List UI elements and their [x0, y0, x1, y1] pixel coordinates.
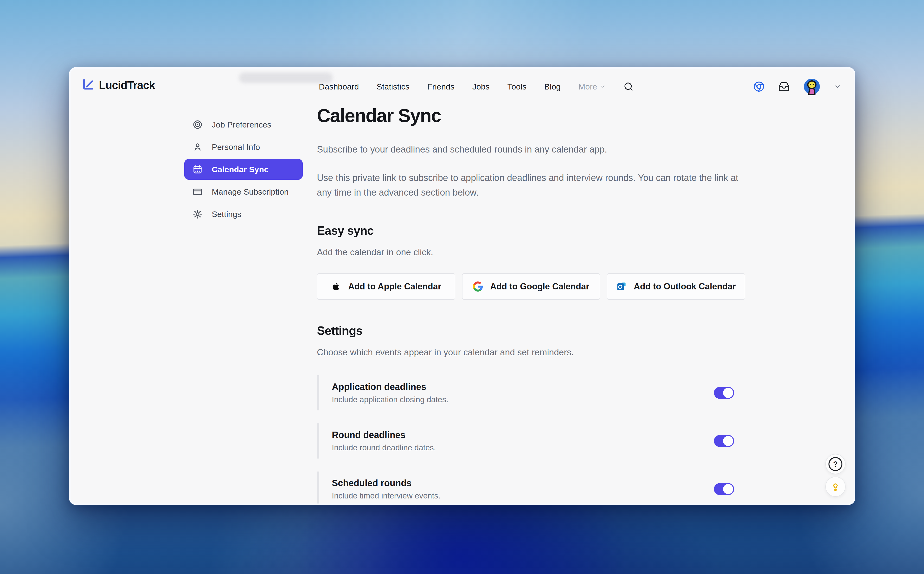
calendar-icon	[192, 164, 203, 174]
apple-icon	[331, 281, 341, 292]
sidebar-item-manage-subscription[interactable]: Manage Subscription	[184, 181, 303, 202]
avatar[interactable]	[803, 78, 820, 95]
credit-card-icon	[192, 187, 203, 197]
setting-title: Round deadlines	[332, 430, 436, 440]
setting-description: Include round deadline dates.	[332, 443, 436, 452]
toggle-knob	[723, 484, 733, 494]
gear-icon	[192, 209, 203, 219]
setting-description: Include timed interview events.	[332, 491, 440, 500]
page-subtitle: Subscribe to your deadlines and schedule…	[317, 142, 745, 157]
inbox-icon[interactable]	[778, 81, 790, 92]
settings-rows: Application deadlines Include applicatio…	[317, 375, 745, 505]
add-google-calendar-button[interactable]: Add to Google Calendar	[462, 273, 600, 300]
help-button[interactable]: ?	[825, 454, 845, 474]
settings-subtitle: Choose which events appear in your calen…	[317, 347, 745, 358]
settings-heading: Settings	[317, 324, 745, 338]
sidebar-item-personal-info[interactable]: Personal Info	[184, 137, 303, 157]
settings-sidebar: Job Preferences Personal Info Calendar S…	[184, 114, 303, 224]
question-mark-icon: ?	[828, 457, 842, 471]
toggle-knob	[723, 388, 733, 398]
easy-sync-heading: Easy sync	[317, 224, 745, 238]
setting-title: Application deadlines	[332, 382, 448, 392]
browser-icon[interactable]	[753, 81, 765, 92]
add-apple-calendar-button[interactable]: Add to Apple Calendar	[317, 273, 455, 300]
toggle-knob	[723, 436, 733, 446]
add-outlook-calendar-button[interactable]: Add to Outlook Calendar	[607, 273, 745, 300]
app-logo[interactable]: LucidTrack	[81, 78, 155, 93]
lightbulb-icon	[830, 481, 841, 492]
easy-sync-subtitle: Add the calendar in one click.	[317, 247, 745, 257]
target-icon	[192, 120, 203, 130]
application-deadlines-toggle[interactable]	[714, 387, 734, 399]
ideas-button[interactable]	[825, 476, 845, 497]
setting-row-scheduled-rounds: Scheduled rounds Include timed interview…	[317, 472, 745, 505]
google-icon	[473, 281, 483, 292]
main-content: Calendar Sync Subscribe to your deadline…	[317, 69, 745, 505]
app-name: LucidTrack	[99, 79, 155, 91]
lucidtrack-logo-icon	[81, 78, 95, 93]
page-title: Calendar Sync	[317, 105, 745, 126]
sidebar-item-settings[interactable]: Settings	[184, 204, 303, 224]
person-icon	[192, 142, 203, 152]
app-window: LucidTrack Dashboard Statistics Friends …	[69, 67, 855, 505]
sidebar-item-calendar-sync[interactable]: Calendar Sync	[184, 159, 303, 180]
setting-title: Scheduled rounds	[332, 478, 440, 488]
round-deadlines-toggle[interactable]	[714, 435, 734, 447]
setting-description: Include application closing dates.	[332, 395, 448, 404]
setting-row-application-deadlines: Application deadlines Include applicatio…	[317, 375, 745, 410]
header-right	[753, 69, 841, 105]
page-description: Use this private link to subscribe to ap…	[317, 170, 740, 200]
outlook-icon	[617, 281, 627, 292]
calendar-buttons-row: Add to Apple Calendar Add to Google Cale…	[317, 273, 745, 300]
account-chevron-icon[interactable]	[834, 83, 841, 90]
sidebar-item-job-preferences[interactable]: Job Preferences	[184, 114, 303, 135]
setting-row-round-deadlines: Round deadlines Include round deadline d…	[317, 423, 745, 459]
scheduled-rounds-toggle[interactable]	[714, 483, 734, 495]
